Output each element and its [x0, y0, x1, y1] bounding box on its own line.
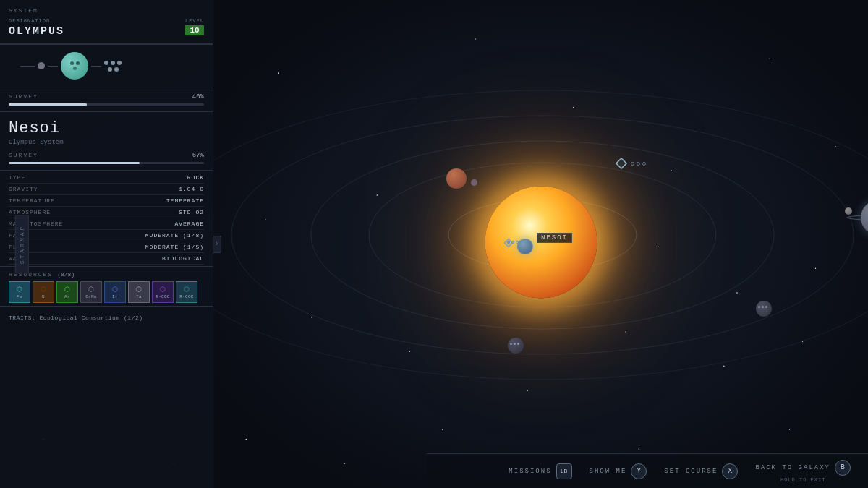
planet-survey-fill [9, 162, 140, 164]
designation-label: DESIGNATION [9, 18, 64, 24]
system-label: SYSTEM [9, 7, 204, 14]
resource-chip: ⬡U [33, 281, 54, 303]
survey-label: SURVEY [9, 93, 38, 100]
resource-chip: ⬡Fe [9, 281, 30, 303]
back-to-galaxy-key[interactable]: B [835, 460, 851, 476]
mini-planet-1 [12, 63, 17, 69]
stat-value: MODERATE (1/5) [145, 244, 204, 250]
stat-value: AVERAGE [174, 221, 204, 227]
show-me-key[interactable]: Y [631, 463, 647, 479]
sidebar-toggle[interactable]: › [213, 236, 221, 253]
planet-nesoi[interactable] [517, 239, 533, 254]
nav-marker-upper [616, 158, 646, 169]
orbit-connector-3 [91, 66, 101, 67]
planet-inner-rock[interactable] [446, 168, 467, 189]
stat-key: GRAVITY [9, 186, 38, 192]
resources-count: (8/8) [57, 271, 75, 278]
bottom-bar: MISSIONS LB SHOW ME Y SET COURSE X BACK … [427, 453, 868, 488]
planet-survey-bar [9, 162, 204, 164]
stat-row: TEMPERATURETEMPERATE [9, 195, 204, 207]
stat-row: FAUNAMODERATE (1/8) [9, 230, 204, 241]
level-badge: 10 [185, 25, 204, 35]
stat-key: TYPE [9, 174, 25, 181]
mini-planet-2 [38, 62, 45, 69]
missions-label: MISSIONS [509, 468, 551, 475]
set-course-key[interactable]: X [722, 463, 738, 479]
back-to-galaxy-action[interactable]: BACK TO GALAXY B HOLD TO EXIT [755, 460, 851, 483]
stat-value: STD O2 [179, 209, 204, 215]
svg-rect-8 [616, 158, 626, 168]
stat-value: MODERATE (1/8) [145, 232, 204, 239]
sidebar: STARMAP SYSTEM DESIGNATION OLYMPUS LEVEL… [0, 0, 213, 488]
resources-header-row: RESOURCES (8/8) [9, 271, 204, 278]
back-to-galaxy-label: BACK TO GALAXY [755, 464, 830, 471]
stat-row: FLORAMODERATE (1/5) [9, 241, 204, 253]
stat-key: TEMPERATURE [9, 197, 55, 204]
set-course-label: SET COURSE [664, 468, 718, 475]
stat-value: ROCK [187, 174, 204, 181]
resources-grid: ⬡Fe⬡U⬡Ar⬡CrMn⬡Ir⬡Ta⬡R-COC⬡R-COC [9, 281, 204, 303]
resource-chip: ⬡Ir [104, 281, 126, 303]
orbit-connector-2 [48, 66, 58, 67]
show-me-label: SHOW ME [590, 468, 627, 475]
stat-value: 1.04 G [179, 186, 204, 192]
show-me-action[interactable]: SHOW ME Y [590, 463, 647, 479]
system-survey: SURVEY 40% [0, 87, 213, 112]
survey-percent: 40% [192, 93, 204, 100]
planet-name: Nesoi [9, 119, 204, 137]
stat-row: GRAVITY1.04 G [9, 184, 204, 195]
back-to-galaxy-sub: HOLD TO EXIT [780, 477, 825, 483]
stat-value: BIOLOGICAL [162, 255, 204, 262]
stat-row: TYPEROCK [9, 172, 204, 184]
planet-ringed[interactable] [861, 200, 868, 235]
resources-section: RESOURCES (8/8) ⬡Fe⬡U⬡Ar⬡CrMn⬡Ir⬡Ta⬡R-CO… [0, 267, 213, 307]
planet-system: Olympus System [9, 139, 204, 146]
moon-ringed [845, 207, 852, 215]
survey-fill [9, 103, 87, 106]
resource-chip: ⬡R-COC [152, 281, 174, 303]
system-minimap [0, 44, 213, 87]
nesoi-orbit-indicator [507, 241, 519, 244]
planet-survey-label: SURVEY [9, 152, 38, 159]
set-course-action[interactable]: SET COURSE X [664, 463, 738, 479]
starmap-tab[interactable]: STARMAP [15, 215, 29, 273]
planet-info: Nesoi Olympus System SURVEY 67% [0, 112, 213, 171]
planet-mid-1[interactable] [756, 301, 772, 317]
resource-chip: ⬡R-COC [176, 281, 197, 303]
stats-table: TYPEROCKGRAVITY1.04 GTEMPERATURETEMPERAT… [0, 171, 213, 267]
resource-chip: ⬡Ta [128, 281, 150, 303]
missions-key[interactable]: LB [556, 463, 572, 479]
mini-planet-main [61, 52, 88, 80]
moon-inner [471, 179, 477, 186]
orbit-connector-1 [20, 66, 35, 67]
designation-value: OLYMPUS [9, 25, 64, 38]
mini-planet-group [104, 61, 122, 72]
stat-row: WATERBIOLOGICAL [9, 253, 204, 265]
resource-chip: ⬡Ar [56, 281, 78, 303]
level-label: LEVEL [185, 18, 204, 24]
stat-key: ATMOSPHERE [9, 209, 51, 215]
main-view: NESOI [213, 0, 868, 488]
nesoi-label: NESOI [537, 233, 572, 243]
planet-mid-2[interactable] [508, 338, 524, 354]
survey-bar [9, 103, 204, 106]
planet-survey-pct: 67% [192, 152, 204, 159]
stat-row: MAGNETOSPHEREAVERAGE [9, 218, 204, 230]
ship-marker [501, 236, 516, 254]
missions-action[interactable]: MISSIONS LB [509, 463, 571, 479]
traits-text: TRAITS: Ecological Consortium (1/2) [9, 314, 143, 321]
stat-value: TEMPERATE [166, 197, 204, 204]
stat-row: ATMOSPHERESTD O2 [9, 207, 204, 218]
planet-survey-header: SURVEY 67% [9, 152, 204, 159]
resource-chip: ⬡CrMn [80, 281, 102, 303]
traits-section: TRAITS: Ecological Consortium (1/2) [0, 307, 213, 329]
system-section: SYSTEM DESIGNATION OLYMPUS LEVEL 10 [0, 0, 213, 44]
